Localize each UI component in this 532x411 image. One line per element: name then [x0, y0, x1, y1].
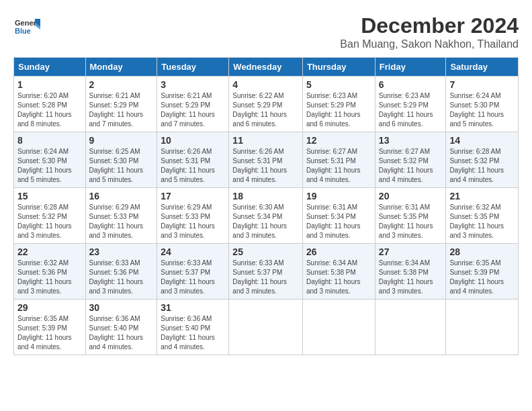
day-info: Sunrise: 6:36 AM Sunset: 5:40 PM Dayligh… — [89, 314, 154, 352]
sunrise-text: Sunrise: 6:23 AM — [379, 92, 430, 99]
day-number: 10 — [161, 135, 225, 146]
table-row: 19 Sunrise: 6:31 AM Sunset: 5:34 PM Dayl… — [302, 188, 375, 244]
day-number: 25 — [232, 246, 299, 257]
table-row: 11 Sunrise: 6:26 AM Sunset: 5:31 PM Dayl… — [229, 132, 303, 188]
sunrise-text: Sunrise: 6:27 AM — [379, 148, 430, 155]
sunrise-text: Sunrise: 6:24 AM — [17, 148, 69, 155]
day-number: 11 — [232, 135, 299, 146]
calendar-week-3: 15 Sunrise: 6:28 AM Sunset: 5:32 PM Dayl… — [14, 188, 519, 244]
logo-icon: General Blue — [13, 13, 40, 40]
page-title: December 2024 — [340, 13, 519, 38]
logo: General Blue — [13, 13, 40, 43]
sunset-text: Sunset: 5:29 PM — [161, 101, 210, 109]
table-row: 12 Sunrise: 6:27 AM Sunset: 5:31 PM Dayl… — [302, 132, 375, 188]
sunset-text: Sunset: 5:30 PM — [449, 101, 499, 109]
day-info: Sunrise: 6:24 AM Sunset: 5:30 PM Dayligh… — [17, 147, 82, 185]
title-area: December 2024 Ban Muang, Sakon Nakhon, T… — [340, 13, 519, 50]
sunset-text: Sunset: 5:40 PM — [161, 324, 210, 332]
table-row: 21 Sunrise: 6:32 AM Sunset: 5:35 PM Dayl… — [446, 188, 519, 244]
sunrise-text: Sunrise: 6:33 AM — [232, 259, 283, 267]
sunrise-text: Sunrise: 6:29 AM — [161, 203, 212, 211]
table-row — [375, 300, 446, 355]
day-info: Sunrise: 6:26 AM Sunset: 5:31 PM Dayligh… — [232, 147, 299, 185]
col-friday: Friday — [375, 58, 446, 77]
daylight-text: Daylight: 11 hours and 4 minutes. — [232, 167, 287, 183]
day-info: Sunrise: 6:31 AM Sunset: 5:34 PM Dayligh… — [306, 203, 371, 240]
day-number: 5 — [306, 79, 371, 90]
daylight-text: Daylight: 11 hours and 4 minutes. — [306, 167, 361, 183]
table-row: 14 Sunrise: 6:28 AM Sunset: 5:32 PM Dayl… — [446, 132, 519, 188]
sunset-text: Sunset: 5:36 PM — [17, 269, 67, 276]
day-number: 26 — [306, 246, 371, 257]
daylight-text: Daylight: 11 hours and 5 minutes. — [17, 167, 72, 183]
sunrise-text: Sunrise: 6:32 AM — [17, 259, 69, 267]
daylight-text: Daylight: 11 hours and 4 minutes. — [449, 167, 504, 183]
calendar-header-row: Sunday Monday Tuesday Wednesday Thursday… — [14, 58, 519, 77]
day-number: 21 — [449, 191, 515, 201]
daylight-text: Daylight: 11 hours and 8 minutes. — [17, 111, 72, 128]
day-number: 19 — [306, 191, 371, 201]
col-wednesday: Wednesday — [229, 58, 303, 77]
table-row: 1 Sunrise: 6:20 AM Sunset: 5:28 PM Dayli… — [14, 77, 86, 132]
daylight-text: Daylight: 11 hours and 3 minutes. — [17, 278, 72, 295]
day-info: Sunrise: 6:31 AM Sunset: 5:35 PM Dayligh… — [379, 203, 443, 240]
sunrise-text: Sunrise: 6:31 AM — [379, 203, 430, 211]
col-tuesday: Tuesday — [157, 58, 229, 77]
day-info: Sunrise: 6:32 AM Sunset: 5:36 PM Dayligh… — [17, 259, 82, 296]
day-number: 13 — [379, 135, 443, 146]
table-row: 9 Sunrise: 6:25 AM Sunset: 5:30 PM Dayli… — [85, 132, 157, 188]
sunset-text: Sunset: 5:38 PM — [379, 269, 429, 276]
day-info: Sunrise: 6:21 AM Sunset: 5:29 PM Dayligh… — [89, 91, 154, 129]
sunset-text: Sunset: 5:31 PM — [306, 157, 356, 165]
day-number: 9 — [89, 135, 154, 146]
col-saturday: Saturday — [446, 58, 519, 77]
table-row: 27 Sunrise: 6:34 AM Sunset: 5:38 PM Dayl… — [375, 244, 446, 300]
day-number: 22 — [17, 246, 82, 257]
day-info: Sunrise: 6:24 AM Sunset: 5:30 PM Dayligh… — [449, 91, 515, 129]
daylight-text: Daylight: 11 hours and 7 minutes. — [161, 111, 215, 128]
table-row: 7 Sunrise: 6:24 AM Sunset: 5:30 PM Dayli… — [446, 77, 519, 132]
sunset-text: Sunset: 5:39 PM — [449, 269, 499, 276]
sunset-text: Sunset: 5:33 PM — [89, 213, 139, 220]
sunrise-text: Sunrise: 6:33 AM — [89, 259, 140, 267]
day-info: Sunrise: 6:20 AM Sunset: 5:28 PM Dayligh… — [17, 91, 82, 129]
day-info: Sunrise: 6:32 AM Sunset: 5:35 PM Dayligh… — [449, 203, 515, 240]
sunrise-text: Sunrise: 6:21 AM — [161, 92, 212, 99]
calendar-week-2: 8 Sunrise: 6:24 AM Sunset: 5:30 PM Dayli… — [14, 132, 519, 188]
day-number: 8 — [17, 135, 82, 146]
day-number: 4 — [232, 79, 299, 90]
sunset-text: Sunset: 5:33 PM — [161, 213, 210, 220]
sunrise-text: Sunrise: 6:28 AM — [449, 148, 500, 155]
daylight-text: Daylight: 11 hours and 3 minutes. — [379, 278, 433, 295]
day-number: 27 — [379, 246, 443, 257]
day-info: Sunrise: 6:36 AM Sunset: 5:40 PM Dayligh… — [161, 314, 225, 352]
sunset-text: Sunset: 5:29 PM — [379, 101, 429, 109]
daylight-text: Daylight: 11 hours and 6 minutes. — [379, 111, 433, 128]
day-number: 24 — [161, 246, 225, 257]
day-number: 15 — [17, 191, 82, 201]
sunset-text: Sunset: 5:35 PM — [379, 213, 429, 220]
daylight-text: Daylight: 11 hours and 3 minutes. — [161, 222, 215, 239]
day-number: 28 — [449, 246, 515, 257]
sunset-text: Sunset: 5:28 PM — [17, 101, 67, 109]
day-info: Sunrise: 6:35 AM Sunset: 5:39 PM Dayligh… — [17, 314, 82, 352]
day-info: Sunrise: 6:29 AM Sunset: 5:33 PM Dayligh… — [161, 203, 225, 240]
sunrise-text: Sunrise: 6:30 AM — [232, 203, 283, 211]
sunset-text: Sunset: 5:29 PM — [232, 101, 282, 109]
calendar-week-1: 1 Sunrise: 6:20 AM Sunset: 5:28 PM Dayli… — [14, 77, 519, 132]
daylight-text: Daylight: 11 hours and 3 minutes. — [161, 278, 215, 295]
table-row — [446, 300, 519, 355]
daylight-text: Daylight: 11 hours and 3 minutes. — [232, 222, 287, 239]
day-info: Sunrise: 6:33 AM Sunset: 5:37 PM Dayligh… — [161, 259, 225, 296]
day-number: 17 — [161, 191, 225, 201]
daylight-text: Daylight: 11 hours and 6 minutes. — [306, 111, 361, 128]
sunrise-text: Sunrise: 6:32 AM — [449, 203, 500, 211]
daylight-text: Daylight: 11 hours and 4 minutes. — [449, 278, 504, 295]
sunset-text: Sunset: 5:39 PM — [17, 324, 67, 332]
sunset-text: Sunset: 5:32 PM — [449, 157, 499, 165]
daylight-text: Daylight: 11 hours and 7 minutes. — [89, 111, 144, 128]
day-info: Sunrise: 6:30 AM Sunset: 5:34 PM Dayligh… — [232, 203, 299, 240]
day-number: 23 — [89, 246, 154, 257]
sunset-text: Sunset: 5:32 PM — [17, 213, 67, 220]
sunrise-text: Sunrise: 6:31 AM — [306, 203, 357, 211]
